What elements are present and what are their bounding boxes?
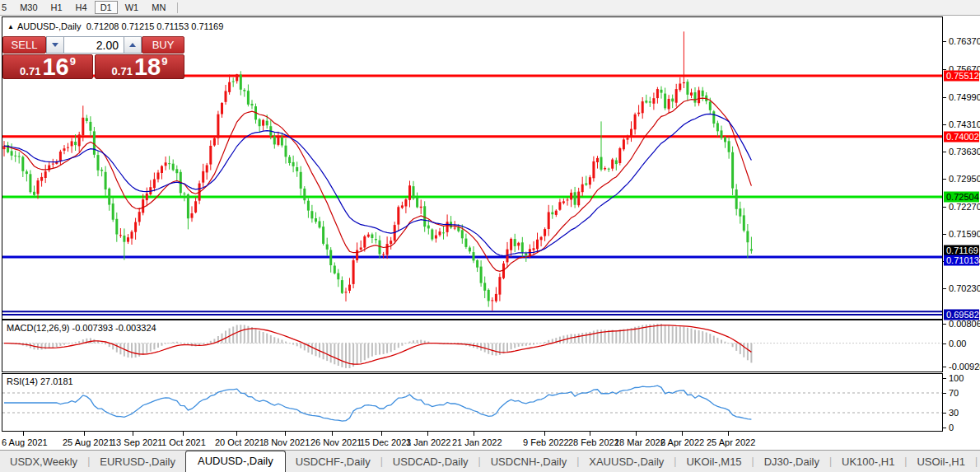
rsi-axis-label: 100 — [949, 373, 964, 383]
date-axis-label: 6 Apr 2022 — [660, 437, 704, 447]
price-axis-tick — [943, 152, 946, 152]
price-axis-label: 0.73630 — [949, 147, 980, 157]
triangle-up-icon — [129, 43, 136, 47]
toolbar-separator — [177, 2, 178, 13]
macd-axis-label: -0.009288 — [949, 362, 980, 372]
trading-platform-window: 5M30H1H4D1W1MN ▲AUDUSD-,Daily 0.71208 0.… — [0, 0, 980, 472]
rsi-axis-tick — [943, 378, 946, 379]
macd-axis-tick — [943, 343, 946, 344]
sell-price-pip: 9 — [70, 55, 76, 68]
timeframe-button-mn[interactable]: MN — [146, 1, 171, 14]
timeframe-button-w1[interactable]: W1 — [119, 1, 145, 14]
symbol-tab-bar: USDX,Weekly|EURUSD-,DailyAUDUSD-,DailyUS… — [0, 450, 980, 472]
symbol-tab-usdcad-daily[interactable]: USDCAD-,Daily — [383, 453, 478, 472]
panel-collapse-arrow-icon[interactable]: ▲ — [7, 23, 14, 30]
timeframe-button-m30[interactable]: M30 — [14, 1, 43, 14]
date-axis-label: 28 Feb 2022 — [568, 437, 619, 447]
triangle-down-icon — [52, 43, 58, 47]
price-level-badge: 0.71013 — [944, 255, 979, 266]
date-axis-label: 18 Mar 2022 — [614, 437, 665, 447]
date-axis-tick — [23, 432, 24, 436]
symbol-tab-xauusd-daily[interactable]: XAUUSD-,Daily — [579, 453, 674, 472]
timeframe-toolbar: 5M30H1H4D1W1MN — [0, 0, 980, 16]
rsi-indicator-pane[interactable]: RSI(14) 27.0181 — [2, 373, 943, 432]
symbol-tab-usdx-weekly[interactable]: USDX,Weekly — [0, 453, 87, 472]
symbol-tab-usdcnh-daily[interactable]: USDCNH-,Daily — [481, 453, 576, 472]
date-axis-label: 3 Jan 2022 — [406, 437, 450, 447]
macd-axis-tick — [943, 367, 946, 367]
buy-price-display[interactable]: 0.71 18 9 — [95, 54, 184, 79]
price-axis-label: 0.71590 — [949, 229, 980, 239]
price-axis-label: 0.72950 — [949, 174, 980, 184]
date-axis-tick — [728, 432, 729, 436]
price-level-badge: 0.72504 — [944, 192, 979, 203]
rsi-axis-tick — [943, 413, 946, 414]
date-axis-tick — [133, 432, 133, 436]
timeframe-button-5[interactable]: 5 — [0, 1, 12, 14]
date-axis-label: 26 Nov 2021 — [310, 437, 362, 447]
date-axis-tick — [84, 432, 85, 436]
volume-increase-button[interactable] — [124, 36, 142, 54]
rsi-axis-tick — [943, 428, 946, 428]
one-click-trading-panel: SELL BUY 0.71 16 9 0.71 18 9 — [2, 36, 184, 79]
volume-input[interactable] — [64, 36, 124, 54]
buy-button[interactable]: BUY — [142, 36, 184, 54]
price-axis-label: 0.76370 — [949, 36, 980, 46]
price-axis-tick — [943, 97, 946, 98]
price-axis-tick — [943, 124, 946, 125]
macd-axis-tick — [943, 324, 946, 325]
macd-axis-label: 0.008061 — [949, 319, 980, 329]
symbol-tab-eurusd-daily[interactable]: EURUSD-,Daily — [90, 453, 185, 472]
price-axis-tick — [943, 179, 946, 180]
date-axis-label: 20 Oct 2021 — [215, 437, 264, 447]
sell-price-display[interactable]: 0.71 16 9 — [2, 54, 93, 79]
rsi-canvas[interactable] — [2, 374, 942, 429]
price-axis-label: 0.70230 — [949, 283, 980, 293]
symbol-tab-uk100-h1[interactable]: UK100-,H1 — [832, 453, 904, 472]
buy-price-pip: 9 — [161, 55, 167, 68]
date-axis-tick — [183, 432, 184, 436]
symbol-tab-ukoil-m15[interactable]: UKOil-,M15 — [676, 453, 751, 472]
buy-price-main: 18 — [134, 56, 161, 77]
rsi-axis-label: 30 — [949, 408, 959, 418]
sell-button[interactable]: SELL — [2, 36, 46, 54]
date-axis-tick — [381, 432, 382, 436]
date-axis-tick — [236, 432, 237, 436]
price-axis[interactable]: 0.763700.756700.749900.743100.736300.729… — [943, 16, 980, 431]
date-axis-label: 6 Aug 2021 — [2, 437, 48, 447]
buy-price-prefix: 0.71 — [112, 65, 133, 77]
price-axis-label: 0.72270 — [949, 202, 980, 212]
timeframe-button-h4[interactable]: H4 — [70, 1, 93, 14]
date-axis-tick — [590, 432, 590, 436]
rsi-label: RSI(14) 27.0181 — [7, 376, 73, 386]
symbol-tab-dj30-daily[interactable]: DJ30-,Daily — [754, 453, 829, 472]
symbol-tab-audusd-daily[interactable]: AUDUSD-,Daily — [185, 451, 286, 472]
chart-symbol-label: AUDUSD-,Daily — [17, 21, 82, 31]
date-axis-tick — [332, 432, 333, 436]
timeframe-button-h1[interactable]: H1 — [45, 1, 68, 14]
price-level-badge: 0.75512 — [944, 71, 979, 82]
timeframe-button-d1[interactable]: D1 — [95, 1, 118, 14]
chart-ohlc-values: 0.71208 0.71215 0.71153 0.71169 — [86, 21, 224, 31]
price-axis-tick — [943, 41, 946, 42]
price-axis-tick — [943, 207, 946, 208]
date-axis-tick — [544, 432, 545, 436]
symbol-tab-usoil-h1[interactable]: USOil-,H1 — [907, 453, 975, 472]
date-axis-tick — [427, 432, 428, 436]
date-axis-label: 9 Feb 2022 — [523, 437, 569, 447]
sell-price-prefix: 0.71 — [20, 65, 40, 77]
date-axis-tick — [636, 432, 637, 436]
date-axis-label: 15 Dec 2021 — [360, 437, 411, 447]
rsi-axis-label: 70 — [949, 388, 959, 398]
date-axis[interactable]: 6 Aug 202125 Aug 202113 Sep 20211 Oct 20… — [0, 432, 980, 450]
macd-label: MACD(12,26,9) -0.007393 -0.003324 — [7, 323, 156, 333]
date-axis-tick — [682, 432, 683, 436]
date-axis-label: 25 Aug 2021 — [63, 437, 114, 447]
price-axis-tick — [943, 234, 946, 235]
macd-axis-label: 0.00 — [949, 339, 966, 348]
macd-indicator-pane[interactable]: MACD(12,26,9) -0.007393 -0.003324 — [2, 320, 943, 372]
symbol-tab-usdchf-daily[interactable]: USDCHF-,Daily — [286, 453, 380, 472]
volume-decrease-button[interactable] — [46, 36, 64, 54]
price-level-badge: 0.69582 — [944, 310, 979, 320]
chart-title: ▲AUDUSD-,Daily 0.71208 0.71215 0.71153 0… — [7, 21, 223, 31]
